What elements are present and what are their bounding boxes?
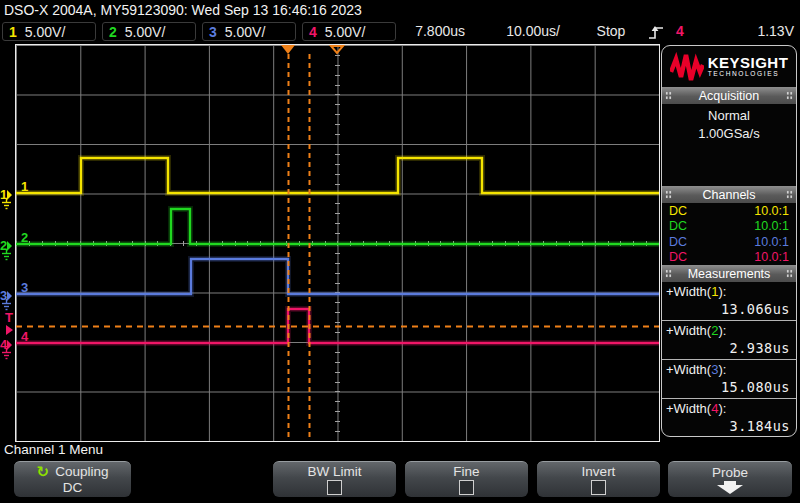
measurement-label: +Width(4):: [666, 401, 726, 416]
channel-1-trace-label: 1: [21, 180, 28, 193]
checkbox-icon: [459, 480, 474, 495]
channel-number: 1: [9, 24, 17, 40]
softkey-value: DC: [63, 480, 83, 495]
run-state: Stop: [585, 23, 637, 41]
acquisition-mode: Normal: [662, 108, 796, 123]
sample-rate: 1.00GSa/s: [662, 126, 796, 141]
measurement-value: 15.080us: [721, 379, 790, 395]
acquisition-title: Acquisition: [672, 89, 786, 103]
timebase-readout[interactable]: 10.00us/: [480, 23, 560, 41]
channel-number: 2: [109, 24, 117, 40]
waveform-display: 1234: [15, 44, 660, 442]
softkey-label: Invert: [582, 464, 616, 479]
coupling-value: DC: [669, 219, 687, 233]
ground-icon: [1, 198, 12, 210]
probe-ratio: 10.0:1: [754, 235, 789, 249]
ground-icon: [1, 348, 12, 360]
channels-header[interactable]: Channels: [662, 186, 796, 203]
grip-icon: [665, 91, 672, 100]
measurement-value: 13.066us: [721, 301, 790, 317]
channel-4-scale-box[interactable]: 45.00V/: [302, 22, 396, 41]
channel-3-settings-row: DC10.0:1: [662, 234, 796, 250]
softkey-label: BW Limit: [308, 464, 362, 479]
softkey-invert[interactable]: Invert: [537, 461, 660, 497]
channel-scale: 5.00V/: [325, 24, 365, 40]
menu-title: Channel 1 Menu: [4, 442, 103, 457]
channel-number: 3: [209, 24, 217, 40]
keysight-spark-icon: [670, 52, 704, 82]
trigger-position-marker: [281, 45, 295, 54]
keysight-logo: KEYSIGHT TECHNOLOGIES: [662, 46, 796, 87]
measurement-item-width-1: +Width(1):13.066us: [662, 282, 796, 321]
channel-2-settings-row: DC10.0:1: [662, 219, 796, 235]
channel-1-trace: [16, 158, 659, 193]
cycle-icon: ↻: [37, 465, 50, 479]
left-margin-markers: 1 2 3 4 T: [0, 44, 15, 440]
channel-2-trace: [16, 209, 659, 244]
instrument-id: DSO-X 2004A, MY59123090: Wed Sep 13 16:4…: [4, 2, 362, 20]
softkey-label: Coupling: [55, 464, 108, 479]
checkbox-icon: [591, 480, 606, 495]
channel-4-settings-row: DC10.0:1: [662, 250, 796, 266]
measurement-item-width-3: +Width(3):15.080us: [662, 360, 796, 399]
coupling-value: DC: [669, 250, 687, 264]
ground-icon: [1, 249, 12, 261]
rising-edge-trigger-icon: [648, 25, 664, 40]
channel-1-settings-row: DC10.0:1: [662, 203, 796, 219]
channel-3-scale-box[interactable]: 35.00V/: [202, 22, 296, 41]
brand-name: KEYSIGHT: [708, 55, 789, 70]
channel-scale: 5.00V/: [225, 24, 265, 40]
measurement-label: +Width(2):: [666, 323, 726, 338]
checkbox-icon: [327, 480, 342, 495]
measurement-item-width-4: +Width(4):3.184us: [662, 399, 796, 437]
measurements-title: Measurements: [672, 267, 786, 281]
probe-ratio: 10.0:1: [754, 250, 789, 264]
channel-1-scale-box[interactable]: 15.00V/: [2, 22, 96, 41]
channels-title: Channels: [672, 188, 786, 202]
time-reference-marker: [331, 46, 343, 53]
channel-number: 4: [309, 24, 317, 40]
softkey-coupling[interactable]: ↻CouplingDC: [14, 461, 131, 497]
grip-icon: [665, 190, 672, 199]
softkey-label: Probe: [712, 465, 748, 480]
brand-subtitle: TECHNOLOGIES: [708, 70, 789, 78]
channel-3-trace-label: 3: [21, 281, 28, 294]
measurement-label: +Width(3):: [666, 362, 726, 377]
oscilloscope-screen: DSO-X 2004A, MY59123090: Wed Sep 13 16:4…: [0, 0, 800, 503]
measurements-header[interactable]: Measurements: [662, 265, 796, 282]
channel-2-scale-box[interactable]: 25.00V/: [102, 22, 196, 41]
probe-ratio: 10.0:1: [754, 204, 789, 218]
measurement-value: 3.184us: [730, 418, 790, 434]
grip-icon: [665, 269, 672, 278]
softkey-label: Fine: [453, 464, 479, 479]
down-arrow-icon: [717, 481, 743, 494]
status-bar: 15.00V/25.00V/35.00V/45.00V/ 7.800us 10.…: [0, 21, 800, 44]
trigger-level-label: T: [5, 311, 13, 324]
channel-2-trace-label: 2: [21, 231, 28, 244]
grip-icon: [786, 269, 793, 278]
waveform-traces: [16, 45, 659, 441]
probe-ratio: 10.0:1: [754, 219, 789, 233]
measurement-item-width-2: +Width(2):2.938us: [662, 321, 796, 360]
trigger-source[interactable]: 4: [676, 23, 684, 41]
sidebar: KEYSIGHT TECHNOLOGIES Acquisition Normal…: [661, 45, 797, 437]
acquisition-header[interactable]: Acquisition: [662, 87, 796, 104]
channel-scale: 5.00V/: [25, 24, 65, 40]
delay-readout[interactable]: 7.800us: [390, 23, 465, 41]
softkey-probe[interactable]: Probe: [668, 461, 792, 497]
coupling-value: DC: [669, 204, 687, 218]
trigger-level-readout[interactable]: 1.13V: [722, 23, 794, 41]
measurement-value: 2.938us: [730, 340, 790, 356]
softkey-bw-limit[interactable]: BW Limit: [273, 461, 396, 497]
grip-icon: [786, 91, 793, 100]
measurement-label: +Width(1):: [666, 284, 726, 299]
grip-icon: [786, 190, 793, 199]
trigger-level-arrow-icon[interactable]: [6, 325, 13, 335]
channel-4-trace-label: 4: [21, 330, 28, 343]
channel-3-trace: [16, 259, 659, 294]
channel-scale: 5.00V/: [125, 24, 165, 40]
coupling-value: DC: [669, 235, 687, 249]
softkey-fine[interactable]: Fine: [405, 461, 528, 497]
